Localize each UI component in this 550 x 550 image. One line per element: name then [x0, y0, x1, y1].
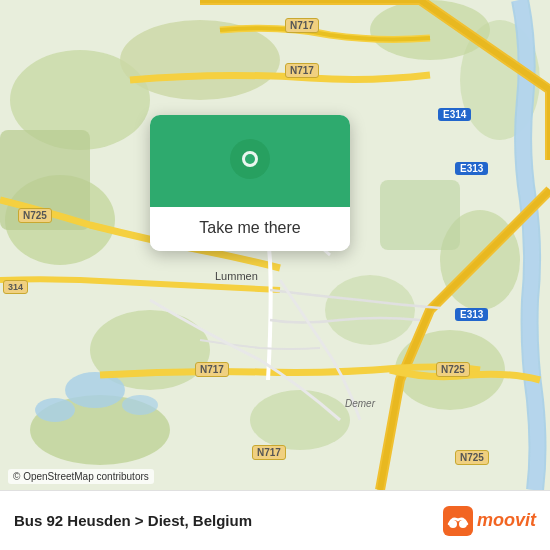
moovit-icon [443, 506, 473, 536]
moovit-logo: moovit [443, 506, 536, 536]
popup-header [150, 115, 350, 207]
route-info: Bus 92 Heusden > Diest, Belgium moovit [14, 506, 536, 536]
road-label-n725: N725 [18, 208, 52, 223]
svg-point-6 [250, 390, 350, 450]
moovit-text: moovit [477, 510, 536, 531]
road-label-n717-bot: N717 [195, 362, 229, 377]
svg-rect-13 [380, 180, 460, 250]
route-label: Bus 92 Heusden > Diest, Belgium [14, 512, 252, 529]
road-label-n717-btm2: N717 [252, 445, 286, 460]
city-label-lummen: Lummen [215, 270, 258, 282]
road-label-n717-mid: N717 [285, 63, 319, 78]
place-label-demer: Demer [345, 398, 375, 409]
road-label-n725-bot: N725 [436, 362, 470, 377]
bottom-bar: Bus 92 Heusden > Diest, Belgium moovit [0, 490, 550, 550]
popup-action[interactable]: Take me there [150, 207, 350, 251]
road-label-314: 314 [3, 280, 28, 294]
map-attribution: © OpenStreetMap contributors [8, 469, 154, 484]
location-popup: Take me there [150, 115, 350, 251]
svg-point-15 [35, 398, 75, 422]
map-area: N717 N717 E314 E313 N725 314 N717 E313 N… [0, 0, 550, 490]
svg-point-16 [122, 395, 158, 415]
take-me-there-button[interactable]: Take me there [199, 219, 300, 237]
location-pin-icon [228, 137, 272, 189]
road-label-n725-btm2: N725 [455, 450, 489, 465]
svg-point-10 [325, 275, 415, 345]
road-label-e313-top: E313 [455, 162, 488, 175]
road-label-e314: E314 [438, 108, 471, 121]
road-label-n717-top: N717 [285, 18, 319, 33]
svg-point-2 [120, 20, 280, 100]
road-label-e313-bot: E313 [455, 308, 488, 321]
